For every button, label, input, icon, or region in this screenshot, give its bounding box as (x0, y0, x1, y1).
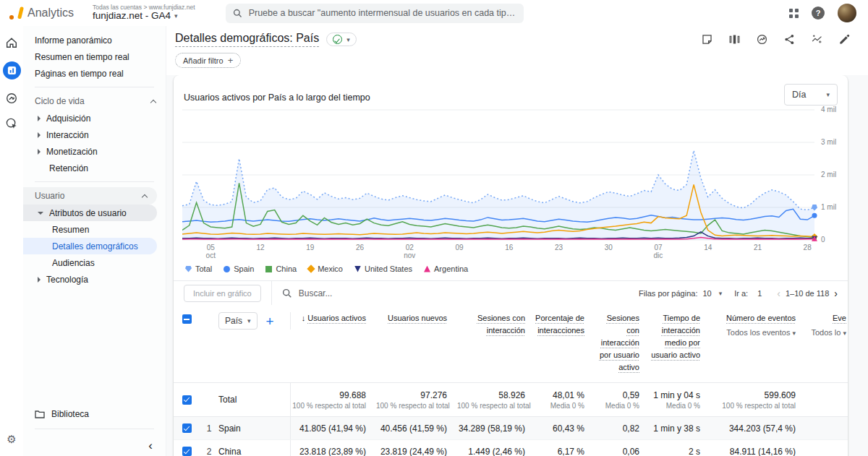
legend-item-mexico[interactable]: Mexico (308, 264, 343, 273)
dimension-select[interactable]: País ▾ (218, 312, 258, 330)
main-content: Detalles demográficos: País ▾ Añadir fil… (166, 26, 868, 456)
row-checkbox[interactable] (182, 395, 192, 405)
apps-grid-icon[interactable] (789, 9, 799, 18)
column-header-label: Tiempo de interacción medio por usuario … (651, 314, 700, 359)
metric-subtext: Media 0 % (535, 402, 584, 410)
sidebar-item-resumen-en-tiempo-real[interactable]: Resumen en tiempo real (23, 48, 166, 65)
svg-text:nov: nov (404, 251, 415, 259)
column-header-sesiones-con-interaccion[interactable]: Sesiones con interacción (457, 312, 535, 337)
total-label: Total (218, 383, 291, 416)
total-value: 0,59Media 0 % (595, 390, 650, 410)
home-icon[interactable] (5, 36, 18, 49)
sidebar-item-interaccion[interactable]: Interacción (23, 126, 166, 143)
svg-text:4 mil: 4 mil (821, 106, 836, 113)
chevron-down-icon: ▾ (719, 290, 723, 297)
include-in-chart-button[interactable]: Incluir en gráfico (184, 285, 261, 302)
table-header-row: País ▾ + ↓Usuarios activosUsuarios nuevo… (174, 305, 848, 383)
reports-icon[interactable] (3, 61, 21, 79)
sidebar-item-adquisicion[interactable]: Adquisición (23, 110, 166, 126)
settings-gear-icon[interactable]: ⚙ (7, 433, 16, 446)
add-dimension-icon[interactable]: + (266, 314, 274, 328)
chevron-down-icon: ▾ (792, 330, 796, 337)
sidebar-item-atributos-de-usuario[interactable]: Atributos de usuario (23, 205, 157, 221)
column-header-eve[interactable]: EveTodos lo ▾ (806, 312, 848, 339)
column-filter-select[interactable]: Todos lo ▾ (806, 327, 846, 339)
chart-title: Usuarios activos por País a lo largo del… (184, 93, 370, 103)
legend-item-argentina[interactable]: Argentina (424, 264, 468, 273)
column-header-label: Usuarios activos (307, 314, 366, 322)
sidebar-item-informe-panoramico[interactable]: Informe panorámico (23, 32, 166, 48)
column-header-usuarios-nuevos[interactable]: Usuarios nuevos (376, 312, 457, 324)
add-filter-button[interactable]: Añadir filtro + (175, 53, 241, 68)
granularity-select[interactable]: Día ▾ (784, 84, 838, 106)
sidebar-item-paginas-en-tiempo-real[interactable]: Páginas en tiempo real (23, 65, 166, 82)
column-header-numero-de-eventos[interactable]: Número de eventosTodos los eventos ▾ (710, 312, 806, 339)
legend-item-total[interactable]: Total (185, 264, 212, 273)
collapse-sidebar-icon[interactable]: ‹ (148, 439, 153, 452)
legend-item-united-states[interactable]: United States (354, 264, 412, 273)
chevron-collapsed-icon (38, 277, 41, 283)
check-circle-icon (333, 35, 342, 44)
search-input[interactable]: Pruebe a buscar "aumento intermensual de… (226, 4, 524, 23)
rows-per-page-value: 10 (702, 289, 711, 298)
goto-page-input[interactable]: 1 (757, 289, 762, 298)
column-header-porcentaje-de-interacciones[interactable]: Porcentaje de interacciones (535, 312, 595, 337)
row-checkbox[interactable] (182, 423, 192, 433)
svg-text:14: 14 (704, 244, 712, 251)
column-header-label: Sesiones con interacción (477, 314, 525, 335)
rows-per-page-select[interactable]: 10 ▾ (702, 289, 722, 298)
analytics-logo-icon (7, 5, 23, 21)
edit-pencil-icon[interactable] (838, 33, 851, 46)
sidebar: Informe panorámicoResumen en tiempo real… (23, 26, 166, 456)
note-icon[interactable] (701, 33, 713, 46)
column-header-label: Eve (833, 314, 846, 322)
legend-label: Mexico (318, 264, 343, 273)
share-icon[interactable] (783, 33, 796, 46)
next-page-icon[interactable]: › (834, 288, 838, 299)
column-header-sesiones-con-interaccion-por-usuario-activo[interactable]: Sesiones con interacción por usuario act… (595, 312, 650, 374)
previous-page-icon[interactable]: ‹ (777, 288, 780, 299)
legend-marker-triangle-up-icon (424, 266, 430, 272)
metric-value: 1 min y 38 s (650, 423, 710, 434)
advertising-icon[interactable] (5, 117, 18, 130)
column-header-usuarios-activos[interactable]: ↓Usuarios activos (291, 312, 376, 324)
sparkline-insights-icon[interactable] (811, 33, 823, 46)
divider (271, 281, 272, 305)
metric-value: 40.456 (41,59 %) (376, 423, 457, 434)
analytics-logo[interactable]: Analytics (7, 5, 80, 21)
column-filter-select[interactable]: Todos los eventos ▾ (710, 327, 796, 339)
svg-text:12: 12 (256, 244, 265, 251)
sidebar-item-label: Tecnología (46, 275, 88, 285)
row-checkbox[interactable] (182, 447, 192, 456)
page-title[interactable]: Detalles demográficos: País (175, 32, 319, 47)
legend-item-spain[interactable]: Spain (224, 264, 254, 273)
insights-icon[interactable] (756, 33, 768, 46)
sidebar-item-monetizacion[interactable]: Monetización (23, 143, 166, 160)
column-header-label: Número de eventos (726, 314, 796, 322)
total-value: 1 min y 04 sMedia 0 % (650, 390, 710, 410)
table-search-input[interactable]: Buscar... (282, 288, 639, 298)
legend-label: United States (365, 264, 412, 273)
plus-icon: + (228, 56, 234, 65)
explore-icon[interactable] (5, 92, 18, 105)
sidebar-item-label: Detalles demográficos (52, 241, 138, 251)
metric-value: 60,43 % (535, 423, 595, 434)
help-icon[interactable]: ? (812, 7, 825, 20)
sidebar-item-biblioteca[interactable]: Biblioteca (23, 405, 166, 423)
select-all-checkbox[interactable] (182, 314, 192, 324)
column-header-tiempo-de-interaccion-medio-por-usuario-activo[interactable]: Tiempo de interacción medio por usuario … (650, 312, 710, 361)
report-status-pill[interactable]: ▾ (326, 33, 357, 46)
timeseries-chart[interactable]: 4 mil3 mil2 mil1 mil005oct12192602nov091… (182, 106, 838, 259)
sidebar-section-ciclo-de-vida[interactable]: Ciclo de vida (23, 93, 166, 110)
legend-item-china[interactable]: China (265, 264, 297, 273)
sidebar-item-tecnologia[interactable]: Tecnología (23, 271, 166, 288)
sidebar-item-resumen[interactable]: Resumen (23, 221, 166, 238)
comparison-icon[interactable] (728, 33, 741, 46)
avatar[interactable] (838, 4, 856, 22)
account-switcher[interactable]: Todas las cuentas > www.funjdiaz.net fun… (93, 4, 195, 22)
sidebar-item-label: Atributos de usuario (49, 208, 127, 218)
sidebar-section-usuario[interactable]: Usuario (23, 187, 157, 205)
sidebar-item-retencion[interactable]: Retención (23, 160, 166, 176)
sidebar-item-audiencias[interactable]: Audiencias (23, 254, 166, 271)
sidebar-item-detalles-demograficos[interactable]: Detalles demográficos (23, 238, 157, 254)
